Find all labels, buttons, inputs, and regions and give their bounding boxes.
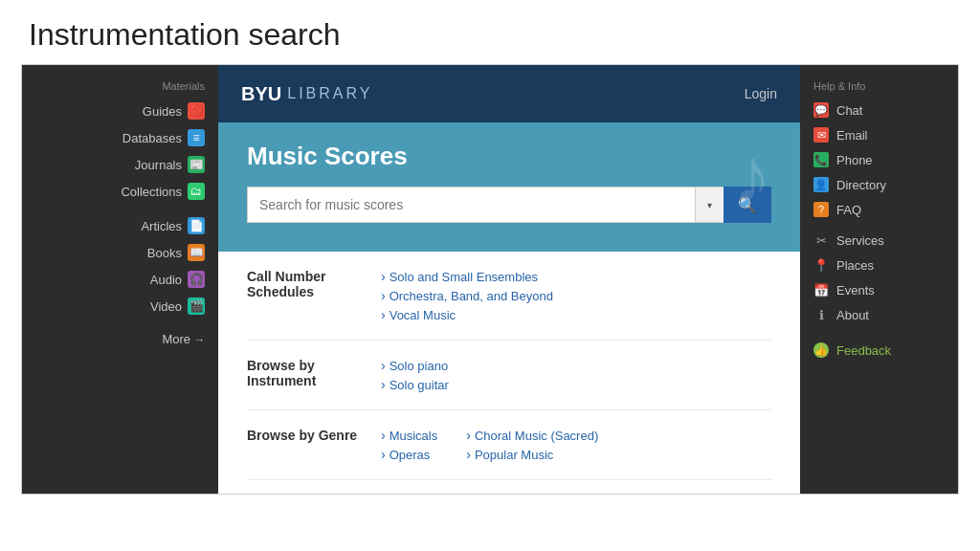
- link-popular-music[interactable]: Popular Music: [466, 447, 598, 462]
- collections-icon: 🗂: [188, 183, 205, 200]
- link-orchestra[interactable]: Orchestra, Band, and Beyond: [381, 288, 771, 303]
- journals-label: Journals: [135, 158, 182, 172]
- articles-label: Articles: [141, 219, 182, 233]
- audio-icon: 🎧: [188, 271, 205, 288]
- right-sidebar: Help & Info 💬 Chat ✉ Email 📞 Phone 👤 Dir…: [800, 65, 958, 494]
- page-title: Instrumentation search: [0, 0, 980, 64]
- sidebar-item-video[interactable]: Video 🎬: [22, 293, 218, 320]
- genre-col-2: Choral Music (Sacred) Popular Music: [466, 428, 598, 462]
- places-label: Places: [836, 258, 874, 273]
- sidebar-item-more[interactable]: More →: [22, 327, 218, 351]
- main-content: BYU LIBRARY Login ♪ Music Scores ▾ 🔍 Cal…: [218, 65, 800, 494]
- sidebar-item-faq[interactable]: ? FAQ: [800, 197, 958, 222]
- browse-area: Call Number Schedules Solo and Small Ens…: [218, 252, 800, 494]
- right-sidebar-section-label: Help & Info: [800, 73, 958, 98]
- browse-section-instrument: Browse by Instrument Solo piano Solo gui…: [247, 341, 771, 410]
- articles-icon: 📄: [188, 217, 205, 234]
- phone-label: Phone: [836, 153, 873, 167]
- library-header: BYU LIBRARY Login: [218, 65, 800, 122]
- feedback-icon: 👍: [813, 342, 829, 358]
- email-label: Email: [836, 128, 868, 143]
- left-sidebar: Materials Guides 🚫 Databases ≡ Journals …: [22, 65, 218, 494]
- sidebar-item-journals[interactable]: Journals 📰: [22, 151, 218, 178]
- left-sidebar-section-label: Materials: [22, 73, 218, 98]
- browse-section-call-numbers: Call Number Schedules Solo and Small Ens…: [247, 252, 771, 341]
- library-text: LIBRARY: [287, 85, 372, 102]
- music-scores-title: Music Scores: [247, 122, 771, 187]
- sidebar-item-feedback[interactable]: 👍 Feedback: [800, 335, 958, 363]
- link-vocal-music[interactable]: Vocal Music: [381, 307, 771, 322]
- collections-label: Collections: [121, 185, 182, 199]
- faq-icon: ?: [813, 202, 829, 217]
- search-input[interactable]: [247, 187, 695, 223]
- feedback-label: Feedback: [836, 343, 891, 358]
- services-label: Services: [836, 233, 884, 248]
- byu-logo: BYU: [241, 83, 281, 105]
- link-operas[interactable]: Operas: [381, 447, 437, 462]
- sidebar-item-services[interactable]: ✂ Services: [800, 228, 958, 253]
- places-icon: 📍: [813, 257, 829, 273]
- sidebar-item-places[interactable]: 📍 Places: [800, 253, 958, 277]
- sidebar-item-email[interactable]: ✉ Email: [800, 122, 958, 147]
- genre-col-1: Musicals Operas: [381, 428, 437, 462]
- login-button[interactable]: Login: [745, 86, 777, 101]
- video-icon: 🎬: [188, 298, 205, 315]
- instrument-links: Solo piano Solo guitar: [381, 358, 771, 392]
- faq-label: FAQ: [836, 203, 861, 217]
- link-choral-sacred[interactable]: Choral Music (Sacred): [466, 428, 598, 443]
- databases-label: Databases: [122, 131, 182, 145]
- email-icon: ✉: [813, 127, 829, 143]
- databases-icon: ≡: [188, 129, 205, 146]
- more-label: More: [162, 332, 190, 346]
- about-icon: ℹ: [813, 307, 829, 322]
- sidebar-item-events[interactable]: 📅 Events: [800, 277, 958, 302]
- chat-label: Chat: [836, 103, 862, 118]
- books-label: Books: [147, 246, 182, 260]
- search-dropdown-toggle[interactable]: ▾: [695, 187, 724, 223]
- screenshot-container: Materials Guides 🚫 Databases ≡ Journals …: [21, 64, 959, 495]
- link-solo-guitar[interactable]: Solo guitar: [381, 377, 771, 392]
- sidebar-item-databases[interactable]: Databases ≡: [22, 124, 218, 151]
- directory-icon: 👤: [813, 177, 829, 192]
- sidebar-item-directory[interactable]: 👤 Directory: [800, 172, 958, 197]
- sidebar-item-collections[interactable]: Collections 🗂: [22, 178, 218, 205]
- call-number-title: Call Number Schedules: [247, 269, 381, 322]
- content-area: ♪ Music Scores ▾ 🔍: [218, 122, 800, 252]
- sidebar-item-articles[interactable]: Articles 📄: [22, 212, 218, 239]
- sidebar-item-books[interactable]: Books 📖: [22, 239, 218, 266]
- link-musicals[interactable]: Musicals: [381, 428, 437, 443]
- link-solo-ensembles[interactable]: Solo and Small Ensembles: [381, 269, 771, 284]
- more-arrow-icon: →: [194, 334, 205, 345]
- link-solo-piano[interactable]: Solo piano: [381, 358, 771, 373]
- books-icon: 📖: [188, 244, 205, 261]
- sidebar-item-guides[interactable]: Guides 🚫: [22, 98, 218, 124]
- genre-links: Musicals Operas Choral Music (Sacred) Po…: [381, 428, 771, 462]
- about-label: About: [836, 308, 869, 322]
- sidebar-item-audio[interactable]: Audio 🎧: [22, 266, 218, 293]
- events-label: Events: [836, 283, 875, 298]
- call-number-links: Solo and Small Ensembles Orchestra, Band…: [381, 269, 771, 322]
- sidebar-item-phone[interactable]: 📞 Phone: [800, 147, 958, 172]
- guides-label: Guides: [143, 104, 182, 119]
- sidebar-item-about[interactable]: ℹ About: [800, 302, 958, 327]
- events-icon: 📅: [813, 282, 829, 298]
- instrument-title: Browse by Instrument: [247, 358, 381, 392]
- video-label: Video: [150, 299, 182, 314]
- chat-icon: 💬: [813, 102, 829, 118]
- phone-icon: 📞: [813, 152, 829, 167]
- directory-label: Directory: [836, 178, 886, 192]
- genre-title: Browse by Genre: [247, 428, 381, 462]
- browse-section-genre: Browse by Genre Musicals Operas Choral M…: [247, 410, 771, 480]
- guides-icon: 🚫: [188, 102, 205, 120]
- search-row: ▾ 🔍: [247, 187, 771, 223]
- services-icon: ✂: [813, 232, 829, 248]
- search-button[interactable]: 🔍: [724, 187, 771, 223]
- journals-icon: 📰: [188, 156, 205, 173]
- audio-label: Audio: [150, 273, 182, 287]
- sidebar-item-chat[interactable]: 💬 Chat: [800, 98, 958, 122]
